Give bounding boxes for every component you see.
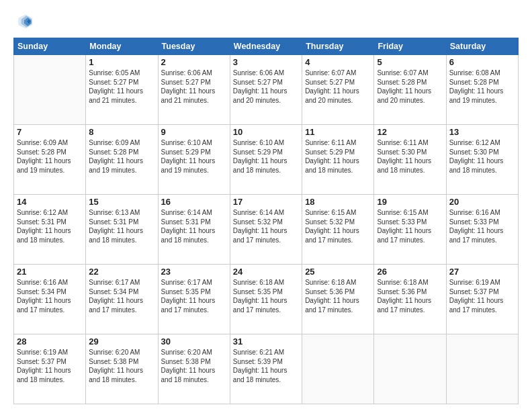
logo	[13, 12, 35, 34]
cell-info: Sunrise: 6:18 AMSunset: 5:36 PMDaylight:…	[377, 278, 443, 314]
weekday-header-tuesday: Tuesday	[158, 38, 230, 55]
cell-info: Sunrise: 6:19 AMSunset: 5:37 PMDaylight:…	[449, 278, 515, 314]
cell-info: Sunrise: 6:20 AMSunset: 5:38 PMDaylight:…	[161, 348, 227, 384]
calendar-cell: 4Sunrise: 6:07 AMSunset: 5:27 PMDaylight…	[302, 55, 374, 125]
cell-info: Sunrise: 6:18 AMSunset: 5:35 PMDaylight:…	[233, 278, 299, 314]
calendar-cell: 28Sunrise: 6:19 AMSunset: 5:37 PMDayligh…	[14, 334, 86, 404]
day-number: 11	[305, 127, 371, 137]
calendar-cell: 18Sunrise: 6:15 AMSunset: 5:32 PMDayligh…	[302, 195, 374, 265]
cell-info: Sunrise: 6:06 AMSunset: 5:27 PMDaylight:…	[161, 68, 227, 105]
cell-info: Sunrise: 6:11 AMSunset: 5:30 PMDaylight:…	[377, 138, 443, 175]
calendar-cell	[446, 334, 518, 404]
calendar-cell: 27Sunrise: 6:19 AMSunset: 5:37 PMDayligh…	[446, 265, 518, 334]
day-number: 13	[449, 127, 515, 137]
day-number: 18	[305, 197, 371, 207]
day-number: 31	[233, 336, 299, 347]
day-number: 2	[161, 57, 227, 67]
day-number: 1	[89, 57, 154, 67]
calendar-table: SundayMondayTuesdayWednesdayThursdayFrid…	[13, 38, 519, 404]
cell-info: Sunrise: 6:16 AMSunset: 5:34 PMDaylight:…	[17, 278, 83, 314]
day-number: 20	[449, 197, 515, 207]
calendar-cell: 9Sunrise: 6:10 AMSunset: 5:29 PMDaylight…	[158, 125, 230, 195]
day-number: 5	[377, 57, 443, 67]
day-number: 12	[377, 127, 443, 137]
cell-info: Sunrise: 6:21 AMSunset: 5:39 PMDaylight:…	[233, 348, 299, 384]
calendar-cell: 17Sunrise: 6:14 AMSunset: 5:32 PMDayligh…	[230, 195, 302, 265]
cell-info: Sunrise: 6:14 AMSunset: 5:32 PMDaylight:…	[233, 208, 299, 244]
day-number: 19	[377, 197, 443, 207]
day-number: 15	[89, 197, 154, 207]
day-number: 7	[17, 127, 83, 137]
day-number: 17	[233, 197, 299, 207]
calendar-cell: 15Sunrise: 6:13 AMSunset: 5:31 PMDayligh…	[86, 195, 158, 265]
weekday-header-sunday: Sunday	[14, 38, 86, 55]
week-row-5: 28Sunrise: 6:19 AMSunset: 5:37 PMDayligh…	[14, 334, 519, 404]
cell-info: Sunrise: 6:16 AMSunset: 5:33 PMDaylight:…	[449, 208, 515, 244]
cell-info: Sunrise: 6:13 AMSunset: 5:31 PMDaylight:…	[89, 208, 154, 244]
calendar-cell: 11Sunrise: 6:11 AMSunset: 5:29 PMDayligh…	[302, 125, 374, 195]
day-number: 27	[449, 267, 515, 277]
calendar-cell: 29Sunrise: 6:20 AMSunset: 5:38 PMDayligh…	[86, 334, 158, 404]
cell-info: Sunrise: 6:09 AMSunset: 5:28 PMDaylight:…	[17, 138, 83, 175]
cell-info: Sunrise: 6:06 AMSunset: 5:27 PMDaylight:…	[233, 68, 299, 105]
cell-info: Sunrise: 6:12 AMSunset: 5:30 PMDaylight:…	[449, 138, 515, 175]
calendar-cell: 30Sunrise: 6:20 AMSunset: 5:38 PMDayligh…	[158, 334, 230, 404]
calendar-cell: 7Sunrise: 6:09 AMSunset: 5:28 PMDaylight…	[14, 125, 86, 195]
calendar-cell: 6Sunrise: 6:08 AMSunset: 5:28 PMDaylight…	[446, 55, 518, 125]
day-number: 23	[161, 267, 227, 277]
day-number: 3	[233, 57, 299, 67]
cell-info: Sunrise: 6:19 AMSunset: 5:37 PMDaylight:…	[17, 348, 83, 384]
calendar-cell: 21Sunrise: 6:16 AMSunset: 5:34 PMDayligh…	[14, 265, 86, 334]
header	[13, 12, 519, 34]
cell-info: Sunrise: 6:12 AMSunset: 5:31 PMDaylight:…	[17, 208, 83, 244]
calendar-cell: 16Sunrise: 6:14 AMSunset: 5:31 PMDayligh…	[158, 195, 230, 265]
day-number: 16	[161, 197, 227, 207]
weekday-header-row: SundayMondayTuesdayWednesdayThursdayFrid…	[14, 38, 519, 55]
weekday-header-monday: Monday	[86, 38, 158, 55]
cell-info: Sunrise: 6:09 AMSunset: 5:28 PMDaylight:…	[89, 138, 154, 175]
cell-info: Sunrise: 6:20 AMSunset: 5:38 PMDaylight:…	[89, 348, 154, 384]
calendar-cell: 5Sunrise: 6:07 AMSunset: 5:28 PMDaylight…	[374, 55, 446, 125]
day-number: 29	[89, 336, 154, 347]
weekday-header-wednesday: Wednesday	[230, 38, 302, 55]
calendar-cell: 26Sunrise: 6:18 AMSunset: 5:36 PMDayligh…	[374, 265, 446, 334]
calendar-cell: 2Sunrise: 6:06 AMSunset: 5:27 PMDaylight…	[158, 55, 230, 125]
calendar-cell: 20Sunrise: 6:16 AMSunset: 5:33 PMDayligh…	[446, 195, 518, 265]
day-number: 28	[17, 336, 83, 347]
week-row-4: 21Sunrise: 6:16 AMSunset: 5:34 PMDayligh…	[14, 265, 519, 334]
day-number: 26	[377, 267, 443, 277]
cell-info: Sunrise: 6:08 AMSunset: 5:28 PMDaylight:…	[449, 68, 515, 105]
day-number: 9	[161, 127, 227, 137]
calendar-cell: 8Sunrise: 6:09 AMSunset: 5:28 PMDaylight…	[86, 125, 158, 195]
weekday-header-saturday: Saturday	[446, 38, 518, 55]
cell-info: Sunrise: 6:18 AMSunset: 5:36 PMDaylight:…	[305, 278, 371, 314]
calendar-cell: 12Sunrise: 6:11 AMSunset: 5:30 PMDayligh…	[374, 125, 446, 195]
calendar-cell: 31Sunrise: 6:21 AMSunset: 5:39 PMDayligh…	[230, 334, 302, 404]
day-number: 25	[305, 267, 371, 277]
calendar-cell: 24Sunrise: 6:18 AMSunset: 5:35 PMDayligh…	[230, 265, 302, 334]
cell-info: Sunrise: 6:10 AMSunset: 5:29 PMDaylight:…	[161, 138, 227, 175]
page: SundayMondayTuesdayWednesdayThursdayFrid…	[0, 0, 532, 411]
calendar-cell: 13Sunrise: 6:12 AMSunset: 5:30 PMDayligh…	[446, 125, 518, 195]
cell-info: Sunrise: 6:11 AMSunset: 5:29 PMDaylight:…	[305, 138, 371, 175]
calendar-cell: 1Sunrise: 6:05 AMSunset: 5:27 PMDaylight…	[86, 55, 158, 125]
calendar-cell: 10Sunrise: 6:10 AMSunset: 5:29 PMDayligh…	[230, 125, 302, 195]
calendar-cell: 23Sunrise: 6:17 AMSunset: 5:35 PMDayligh…	[158, 265, 230, 334]
day-number: 30	[161, 336, 227, 347]
cell-info: Sunrise: 6:07 AMSunset: 5:27 PMDaylight:…	[305, 68, 371, 105]
calendar-cell	[302, 334, 374, 404]
calendar-cell	[374, 334, 446, 404]
calendar-cell: 14Sunrise: 6:12 AMSunset: 5:31 PMDayligh…	[14, 195, 86, 265]
cell-info: Sunrise: 6:15 AMSunset: 5:32 PMDaylight:…	[305, 208, 371, 244]
calendar-cell: 25Sunrise: 6:18 AMSunset: 5:36 PMDayligh…	[302, 265, 374, 334]
week-row-1: 1Sunrise: 6:05 AMSunset: 5:27 PMDaylight…	[14, 55, 519, 125]
cell-info: Sunrise: 6:17 AMSunset: 5:34 PMDaylight:…	[89, 278, 154, 314]
weekday-header-thursday: Thursday	[302, 38, 374, 55]
day-number: 8	[89, 127, 154, 137]
cell-info: Sunrise: 6:17 AMSunset: 5:35 PMDaylight:…	[161, 278, 227, 314]
weekday-header-friday: Friday	[374, 38, 446, 55]
cell-info: Sunrise: 6:07 AMSunset: 5:28 PMDaylight:…	[377, 68, 443, 105]
calendar-cell: 19Sunrise: 6:15 AMSunset: 5:33 PMDayligh…	[374, 195, 446, 265]
cell-info: Sunrise: 6:10 AMSunset: 5:29 PMDaylight:…	[233, 138, 299, 175]
day-number: 21	[17, 267, 83, 277]
